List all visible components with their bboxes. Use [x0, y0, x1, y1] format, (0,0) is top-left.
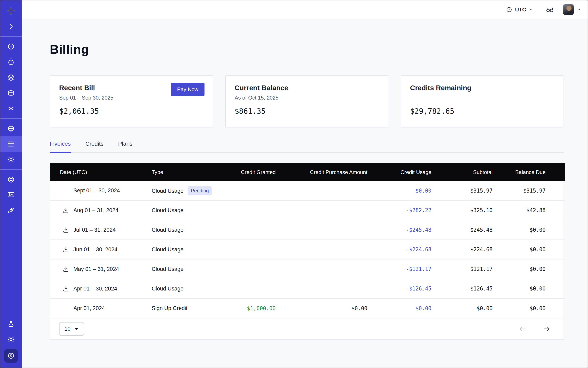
sidebar-item-network[interactable]	[0, 121, 22, 136]
asterisk-icon	[7, 105, 15, 112]
globe-icon	[7, 125, 15, 132]
main-content: Billing Recent Bill Pay Now Sep 01 – Sep…	[22, 19, 588, 368]
invoice-type: Cloud Usage	[152, 227, 183, 233]
pagination-controls	[519, 325, 551, 333]
sidebar-divider	[0, 36, 22, 37]
invoice-date: Aug 01 – 31, 2024	[73, 207, 118, 214]
balance-due-value: $0.00	[530, 246, 546, 253]
sidebar-item-stacks[interactable]	[0, 70, 22, 85]
radar-icon	[7, 43, 15, 50]
card-amount: $861.35	[235, 107, 379, 115]
sidebar-item-labs[interactable]	[0, 316, 22, 332]
tab-invoices[interactable]: Invoices	[50, 140, 71, 152]
sidebar-item-monitoring[interactable]	[0, 39, 22, 54]
invoice-date: Jul 01 – 31, 2024	[73, 227, 116, 233]
timer-icon	[7, 58, 15, 66]
invoice-date: May 01 – 31, 2024	[73, 266, 119, 272]
sidebar-item-support[interactable]	[0, 172, 22, 187]
table-row: Jul 01 – 31, 2024 Cloud Usage -$245.48 $…	[50, 220, 565, 240]
rocket-icon	[7, 207, 15, 214]
column-header-balance-due: Balance Due	[498, 163, 565, 181]
credit-usage-value: $0.00	[416, 305, 431, 312]
sidebar-divider	[0, 169, 22, 170]
topbar: UTC	[22, 0, 588, 19]
download-invoice-icon[interactable]	[62, 285, 69, 292]
account-menu[interactable]	[563, 4, 581, 15]
sidebar-item-theme[interactable]	[0, 332, 22, 347]
balance-due-value: $0.00	[530, 227, 546, 233]
billing-tabs: Invoices Credits Plans	[50, 140, 564, 153]
download-invoice-icon[interactable]	[62, 246, 69, 253]
dollar-circle-icon	[7, 352, 15, 360]
credit-granted-value: $1,000.00	[247, 305, 276, 312]
sidebar-item-credits[interactable]	[4, 349, 18, 363]
subtotal-value: $121.17	[470, 266, 493, 272]
sidebar-item-settings[interactable]	[0, 152, 22, 167]
subtotal-value: $315.97	[470, 188, 493, 194]
invoice-date: Sept 01 – 30, 2024	[73, 187, 120, 194]
card-title: Credits Remaining	[410, 84, 555, 92]
card-subtitle	[410, 95, 555, 101]
status-badge: Pending	[188, 186, 212, 195]
sidebar-item-expand[interactable]	[0, 19, 22, 34]
chevron-right-icon	[7, 23, 15, 30]
invoice-date: Jun 01 – 30, 2024	[73, 246, 118, 253]
balance-due-value: $0.00	[530, 266, 546, 272]
reader-mode-button[interactable]	[546, 5, 554, 14]
table-row: Apr 01 – 30, 2024 Cloud Usage -$126.45 $…	[50, 279, 565, 298]
table-row: Apr 01, 2024 Sign Up Credit $1,000.00 $0…	[50, 298, 565, 318]
column-header-credit-usage: Credit Usage	[372, 163, 436, 181]
credit-usage-value: -$224.68	[406, 246, 431, 253]
column-header-type: Type	[152, 163, 232, 181]
subtotal-value: $224.68	[470, 246, 493, 253]
card-title: Current Balance	[235, 84, 379, 92]
sidebar-item-services[interactable]	[0, 101, 22, 116]
table-row: May 01 – 31, 2024 Cloud Usage -$121.17 $…	[50, 259, 565, 279]
sidebar-item-packages[interactable]	[0, 85, 22, 101]
invoice-date: Apr 01, 2024	[73, 305, 105, 312]
chevron-down-icon	[577, 7, 581, 12]
sidebar-item-console[interactable]	[0, 187, 22, 203]
tab-credits[interactable]: Credits	[85, 140, 104, 152]
table-row: Sept 01 – 30, 2024 Cloud UsagePending $0…	[50, 181, 565, 201]
logo-icon	[7, 7, 15, 15]
glasses-icon	[546, 5, 554, 14]
download-invoice-icon[interactable]	[62, 207, 69, 214]
credit-usage-value: -$245.48	[406, 227, 431, 233]
table-row: Aug 01 – 31, 2024 Cloud Usage -$282.22 $…	[50, 201, 565, 220]
subtotal-value: $245.48	[470, 227, 493, 233]
subtotal-value: $126.45	[470, 285, 493, 292]
table-header: Date (UTC) Type Credit Granted Credit Pu…	[50, 163, 565, 181]
tab-plans[interactable]: Plans	[118, 140, 132, 152]
credits-remaining-card: Credits Remaining $29,782.65	[401, 75, 564, 128]
download-invoice-icon[interactable]	[62, 266, 69, 273]
invoice-type: Cloud Usage	[152, 207, 183, 213]
sidebar-item-launch[interactable]	[0, 203, 22, 218]
column-header-credit-purchase: Credit Purchase Amount	[280, 163, 372, 181]
credit-usage-value: -$126.45	[406, 285, 431, 292]
download-invoice-icon[interactable]	[62, 226, 69, 233]
pay-now-button[interactable]: Pay Now	[171, 83, 205, 96]
recent-bill-card: Recent Bill Pay Now Sep 01 – Sep 30, 202…	[50, 75, 213, 128]
balance-due-value: $42.88	[526, 207, 546, 213]
subtotal-value: $0.00	[477, 305, 493, 312]
sidebar-item-activity[interactable]	[0, 54, 22, 70]
sidebar-item-billing[interactable]	[0, 136, 22, 152]
arrow-right-icon[interactable]	[543, 325, 551, 333]
chevron-down-icon	[74, 327, 79, 331]
lifebuoy-icon	[7, 176, 15, 183]
page-size-select[interactable]: 10	[59, 322, 84, 336]
invoice-type: Cloud Usage	[152, 285, 183, 292]
sidebar-item-logo[interactable]	[0, 3, 22, 19]
card-amount: $2,061.35	[59, 107, 204, 115]
sidebar-divider	[0, 118, 22, 119]
timezone-selector[interactable]: UTC	[506, 6, 533, 13]
arrow-left-icon[interactable]	[519, 325, 526, 333]
flask-icon	[7, 320, 15, 328]
display-icon	[7, 191, 15, 199]
cube-icon	[7, 89, 15, 97]
balance-due-value: $0.00	[530, 305, 546, 312]
table-footer: 10	[50, 318, 563, 339]
card-subtitle: As of Oct 15, 2025	[235, 95, 379, 101]
sun-icon	[7, 336, 15, 343]
